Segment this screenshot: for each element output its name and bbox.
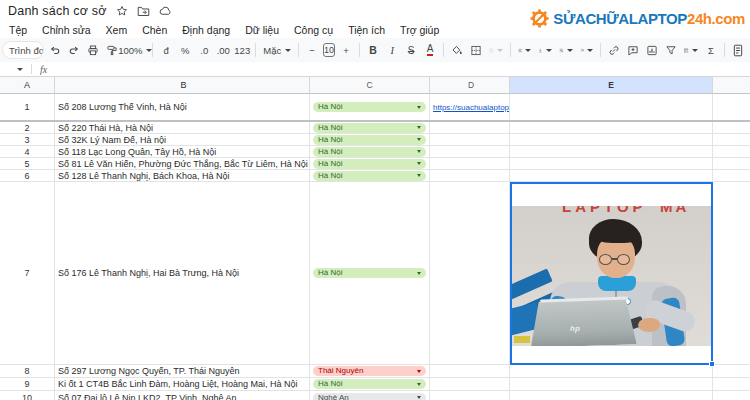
cell-address[interactable]: Số 220 Thái Hà, Hà Nội [55,122,310,133]
formula-bar[interactable]: fx [0,62,750,77]
cell-address[interactable]: Số 32K Lý Nam Đế, Hà nội [55,134,310,145]
fill-color-button[interactable] [449,40,465,60]
menu-tools[interactable]: Công cụ [294,24,333,36]
cell-province[interactable]: Hà Nội [310,146,430,157]
cell-empty[interactable] [430,158,510,169]
insert-link-button[interactable] [606,40,622,60]
dropdown-chip[interactable]: Hà Nội [313,268,426,278]
cloud-status-icon[interactable] [159,5,172,17]
cell-index[interactable]: 6 [0,170,55,181]
cell-empty[interactable] [713,170,750,181]
cell-empty[interactable] [430,146,510,157]
table-views-button[interactable] [682,40,700,60]
zoom-select[interactable]: 100% [123,40,148,60]
cell-empty[interactable] [430,182,510,364]
italic-button[interactable]: I [384,40,400,60]
cell-empty[interactable] [713,146,750,157]
currency-format-button[interactable]: đ [158,40,174,60]
star-icon[interactable] [116,5,128,17]
cell-index[interactable]: 4 [0,146,55,157]
cell-empty[interactable] [713,391,750,400]
text-color-button[interactable]: A [422,40,438,60]
number-format-button[interactable]: 123 [234,40,250,60]
cell-province[interactable]: Hà Nội [310,158,430,169]
print-button[interactable] [85,40,101,60]
menus-search-pill[interactable]: Trình đơn [2,41,44,59]
cell-empty[interactable] [510,146,713,157]
paint-format-button[interactable] [104,40,120,60]
cell-province[interactable]: Hà Nội [310,122,430,133]
dropdown-chip[interactable]: Hà Nội [313,123,426,133]
cell-empty[interactable] [713,378,750,390]
column-header-a[interactable]: A [0,77,55,94]
borders-button[interactable] [468,40,484,60]
cell-empty[interactable] [430,378,510,390]
redo-button[interactable] [66,40,82,60]
insert-chart-button[interactable] [644,40,660,60]
menu-file[interactable]: Tệp [9,24,27,36]
cell-index[interactable]: 5 [0,158,55,169]
cell-address[interactable]: Số 208 Lương Thế Vinh, Hà Nội [55,94,310,120]
cell-empty[interactable] [510,122,713,133]
cell-province[interactable]: Nghệ An [310,391,430,400]
dropdown-chip[interactable]: Thái Nguyên [313,366,426,376]
strikethrough-button[interactable]: S [403,40,419,60]
cell-empty[interactable] [713,94,750,120]
cell-province[interactable]: Hà Nội [310,94,430,120]
cell-index[interactable]: 10 [0,391,55,400]
cell-empty[interactable] [510,391,713,400]
dropdown-chip[interactable]: Hà Nội [313,135,426,145]
cell-empty[interactable] [713,134,750,145]
decrease-font-size-button[interactable]: − [304,40,320,60]
notes-button[interactable] [730,40,746,60]
cell-address[interactable]: Số 128 Lê Thanh Nghị, Bách Khoa, Hà Nội [55,170,310,181]
cell-empty[interactable] [430,365,510,377]
cell-province[interactable]: Hà Nội [310,182,430,364]
column-header-e-selected[interactable]: E [510,77,713,94]
functions-button[interactable]: Σ [703,40,719,60]
cell-empty[interactable] [510,170,713,181]
website-link[interactable]: https://suachualaptop24 [433,103,510,112]
cell-index[interactable]: 3 [0,134,55,145]
menu-insert[interactable]: Chèn [142,24,167,36]
font-size-input[interactable]: 10 [323,43,335,57]
name-box-chevron-icon[interactable] [17,68,23,71]
dropdown-chip[interactable]: Hà Nội [313,102,426,112]
fill-handle[interactable] [709,361,715,367]
cell-empty[interactable] [430,122,510,133]
horizontal-align-button[interactable] [516,40,534,60]
cell-empty[interactable] [713,122,750,133]
cell-empty[interactable] [510,378,713,390]
cell-empty[interactable] [713,365,750,377]
column-header-f[interactable] [713,77,750,94]
increase-decimal-button[interactable]: .00 [215,40,231,60]
create-filter-button[interactable] [663,40,679,60]
font-select[interactable]: Mặc đị... [261,40,293,60]
cell-index[interactable]: 1 [0,94,55,120]
dropdown-chip[interactable]: Hà Nội [313,171,426,181]
insert-comment-button[interactable] [625,40,641,60]
cell-address[interactable]: Số 118 Lạc Long Quân, Tây Hồ, Hà Nội [55,146,310,157]
cell-address[interactable]: Số 81 Lê Văn Hiến, Phường Đức Thắng, Bắc… [55,158,310,169]
menu-extensions[interactable]: Tiện ích [348,24,385,36]
cell-address[interactable]: Số 176 Lê Thanh Nghị, Hai Bà Trưng, Hà N… [55,182,310,364]
cell-index[interactable]: 2 [0,122,55,133]
dropdown-chip[interactable]: Hà Nội [313,147,426,157]
column-header-d[interactable]: D [430,77,510,94]
cell-empty[interactable] [713,182,750,364]
cell-image-col[interactable] [510,94,713,120]
cell-empty[interactable] [430,391,510,400]
cell-empty[interactable] [510,365,713,377]
cell-index[interactable]: 9 [0,378,55,390]
cell-address[interactable]: Số 07 Đại lộ Lê Nin LKD2, TP Vinh, Nghệ … [55,391,310,400]
cell-empty[interactable] [430,134,510,145]
text-wrap-button[interactable] [557,40,575,60]
increase-font-size-button[interactable]: + [338,40,354,60]
undo-button[interactable] [47,40,63,60]
merge-cells-button[interactable] [487,40,505,60]
document-title[interactable]: Danh sách cơ sở [8,4,107,18]
selected-cell-e7[interactable]: LAPTOP MA [510,182,713,365]
menu-edit[interactable]: Chỉnh sửa [42,24,90,36]
cell-province[interactable]: Thái Nguyên [310,365,430,377]
column-header-c[interactable]: C [310,77,430,94]
